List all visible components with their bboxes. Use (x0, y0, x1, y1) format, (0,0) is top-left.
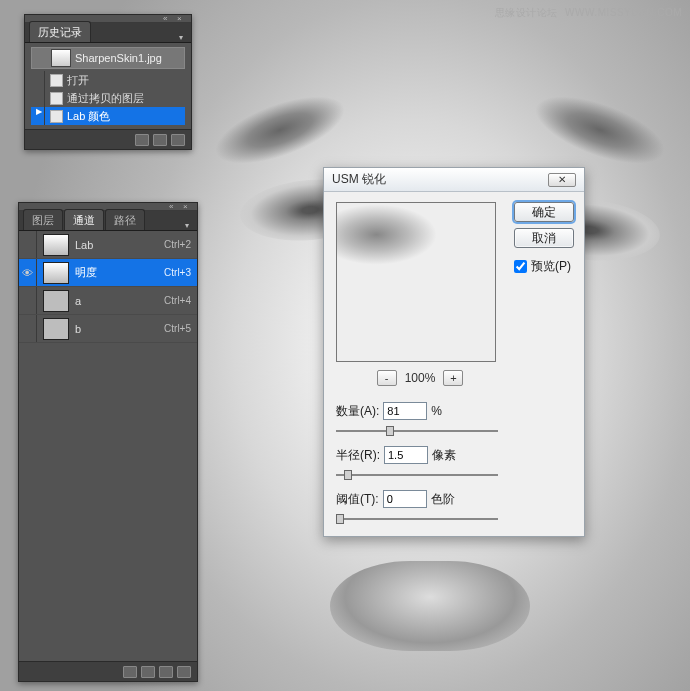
trash-icon[interactable] (177, 666, 191, 678)
close-icon[interactable]: × (177, 15, 185, 23)
new-document-icon[interactable] (135, 134, 149, 146)
radius-input[interactable] (384, 446, 428, 464)
channel-shortcut: Ctrl+3 (164, 267, 191, 278)
trash-icon[interactable] (171, 134, 185, 146)
channel-thumb (43, 234, 69, 256)
watermark-text: 思缘设计论坛 (495, 7, 558, 18)
watermark-url: WWW.MISSYUAN.COM (565, 7, 682, 18)
collapse-icon[interactable]: « (163, 15, 171, 23)
channel-thumb (43, 262, 69, 284)
channel-row-lightness[interactable]: 👁 明度 Ctrl+3 (19, 259, 197, 287)
current-marker-icon: ▶ (33, 107, 45, 125)
channel-tabs: 图层 通道 路径 ▾ (19, 211, 197, 231)
close-icon[interactable]: × (183, 203, 191, 211)
history-row[interactable]: ▶ Lab 颜色 (31, 107, 185, 125)
step-icon (50, 110, 63, 123)
zoom-controls: - 100% + (336, 370, 504, 386)
dialog-title: USM 锐化 (332, 171, 386, 188)
usm-preview[interactable] (336, 202, 496, 362)
new-channel-icon[interactable] (159, 666, 173, 678)
amount-slider[interactable] (336, 424, 504, 438)
threshold-label: 阈值(T): (336, 491, 379, 508)
channel-shortcut: Ctrl+4 (164, 295, 191, 306)
tab-history[interactable]: 历史记录 (29, 21, 91, 42)
channel-row-lab[interactable]: Lab Ctrl+2 (19, 231, 197, 259)
history-step-label: 打开 (67, 73, 89, 88)
history-snapshot-row[interactable]: SharpenSkin1.jpg (31, 47, 185, 69)
usm-dialog: USM 锐化 ✕ - 100% + 数量(A): % 半径(R): (323, 167, 585, 537)
channel-thumb (43, 318, 69, 340)
cancel-button[interactable]: 取消 (514, 228, 574, 248)
brush-source-icon[interactable] (33, 51, 47, 65)
history-row[interactable]: 打开 (31, 71, 185, 89)
preview-label: 预览(P) (531, 258, 571, 275)
channel-shortcut: Ctrl+2 (164, 239, 191, 250)
panel-menu-icon[interactable]: ▾ (185, 222, 193, 230)
snapshot-thumb (51, 49, 71, 67)
tab-channels[interactable]: 通道 (64, 209, 104, 230)
visibility-toggle[interactable] (19, 287, 37, 314)
param-threshold: 阈值(T): 色阶 (336, 490, 504, 508)
threshold-unit: 色阶 (431, 491, 455, 508)
channel-name: 明度 (75, 265, 164, 280)
channel-row-b[interactable]: b Ctrl+5 (19, 315, 197, 343)
history-row[interactable]: 通过拷贝的图层 (31, 89, 185, 107)
load-selection-icon[interactable] (123, 666, 137, 678)
channels-body: Lab Ctrl+2 👁 明度 Ctrl+3 a Ctrl+4 b Ctrl+5 (19, 231, 197, 661)
step-icon (50, 92, 63, 105)
step-icon (50, 74, 63, 87)
zoom-level: 100% (405, 371, 436, 385)
channel-name: a (75, 295, 164, 307)
history-panel: « × 历史记录 ▾ SharpenSkin1.jpg 打开 通过拷贝的图层 ▶… (24, 14, 192, 150)
channels-footer (19, 661, 197, 681)
history-step-label: Lab 颜色 (67, 109, 110, 124)
zoom-in-button[interactable]: + (443, 370, 463, 386)
preview-checkbox[interactable] (514, 260, 527, 273)
history-tabs: 历史记录 ▾ (25, 23, 191, 43)
channel-shortcut: Ctrl+5 (164, 323, 191, 334)
history-body: SharpenSkin1.jpg 打开 通过拷贝的图层 ▶ Lab 颜色 (25, 43, 191, 129)
param-amount: 数量(A): % (336, 402, 504, 420)
amount-unit: % (431, 404, 442, 418)
radius-unit: 像素 (432, 447, 456, 464)
save-selection-icon[interactable] (141, 666, 155, 678)
collapse-icon[interactable]: « (169, 203, 177, 211)
radius-label: 半径(R): (336, 447, 380, 464)
channel-row-a[interactable]: a Ctrl+4 (19, 287, 197, 315)
threshold-input[interactable] (383, 490, 427, 508)
history-step-label: 通过拷贝的图层 (67, 91, 144, 106)
visibility-toggle[interactable] (19, 231, 37, 258)
channel-thumb (43, 290, 69, 312)
watermark: 思缘设计论坛 WWW.MISSYUAN.COM (491, 6, 682, 20)
panel-menu-icon[interactable]: ▾ (179, 34, 187, 42)
tab-paths[interactable]: 路径 (105, 209, 145, 230)
tab-layers[interactable]: 图层 (23, 209, 63, 230)
channel-name: Lab (75, 239, 164, 251)
snapshot-name: SharpenSkin1.jpg (75, 52, 162, 64)
ok-button[interactable]: 确定 (514, 202, 574, 222)
channel-name: b (75, 323, 164, 335)
zoom-out-button[interactable]: - (377, 370, 397, 386)
amount-label: 数量(A): (336, 403, 379, 420)
history-footer (25, 129, 191, 149)
preview-checkbox-row[interactable]: 预览(P) (514, 258, 574, 275)
dialog-titlebar[interactable]: USM 锐化 ✕ (324, 168, 584, 192)
visibility-toggle[interactable] (19, 315, 37, 342)
param-radius: 半径(R): 像素 (336, 446, 504, 464)
dialog-close-button[interactable]: ✕ (548, 173, 576, 187)
radius-slider[interactable] (336, 468, 504, 482)
threshold-slider[interactable] (336, 512, 504, 526)
channels-panel: « × 图层 通道 路径 ▾ Lab Ctrl+2 👁 明度 Ctrl+3 a … (18, 202, 198, 682)
visibility-toggle[interactable]: 👁 (19, 259, 37, 286)
amount-input[interactable] (383, 402, 427, 420)
new-snapshot-icon[interactable] (153, 134, 167, 146)
